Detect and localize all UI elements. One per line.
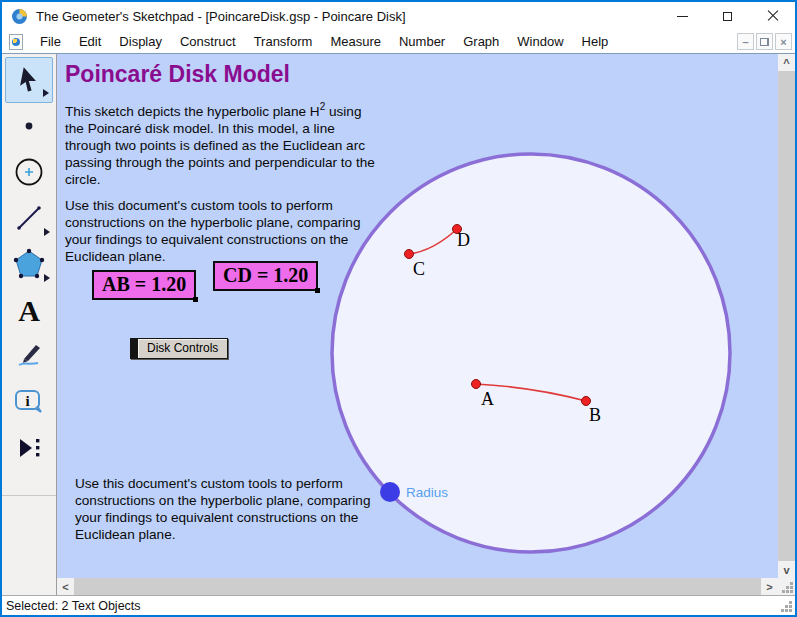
status-bar: Selected: 2 Text Objects <box>2 595 795 615</box>
restore-icon <box>760 38 769 46</box>
compass-tool[interactable] <box>5 149 53 195</box>
straightedge-tool[interactable] <box>5 195 53 241</box>
custom-tool-icon <box>16 437 42 459</box>
point-a[interactable] <box>472 380 481 389</box>
info-icon: i <box>13 388 45 416</box>
scroll-left-button[interactable]: < <box>57 578 74 595</box>
disk-controls-button[interactable]: Disk Controls <box>130 338 228 359</box>
text-tool[interactable]: A <box>5 287 53 333</box>
horizontal-scroll-track[interactable] <box>74 578 761 595</box>
document-icon <box>9 34 23 50</box>
svg-text:A: A <box>18 294 40 326</box>
minimize-button[interactable] <box>660 2 705 30</box>
maximize-button[interactable] <box>705 2 750 30</box>
tool-flyout-icon <box>43 89 49 97</box>
marker-icon <box>14 342 44 370</box>
vertical-scrollbar[interactable]: ^ v <box>778 54 795 578</box>
scroll-up-button[interactable]: ^ <box>778 54 795 71</box>
tool-flyout-icon <box>44 274 50 282</box>
segment-icon <box>14 203 44 233</box>
tool-palette-divider <box>2 495 56 496</box>
child-minimize-button[interactable]: – <box>737 33 754 50</box>
scroll-down-button[interactable]: v <box>778 561 795 578</box>
sketch-canvas[interactable]: C D A B Radius Poincaré Disk Model This … <box>57 54 778 578</box>
polygon-icon <box>13 248 45 280</box>
instructions-paragraph-bottom: Use this document's custom tools to perf… <box>75 475 375 543</box>
point-label-a: A <box>481 389 494 409</box>
tool-palette: A i <box>2 54 57 595</box>
vertical-scroll-track[interactable] <box>778 71 795 561</box>
menu-number[interactable]: Number <box>390 32 454 51</box>
close-button[interactable] <box>750 2 795 30</box>
menu-construct[interactable]: Construct <box>171 32 245 51</box>
menu-edit[interactable]: Edit <box>70 32 110 51</box>
menu-file[interactable]: File <box>31 32 70 51</box>
radius-point[interactable] <box>380 482 400 502</box>
menu-display[interactable]: Display <box>110 32 171 51</box>
resize-grip-icon <box>782 582 793 593</box>
statusbar-grip-icon <box>781 601 792 612</box>
maximize-icon <box>723 12 732 21</box>
point-icon <box>23 120 35 132</box>
selection-arrow-tool[interactable] <box>5 57 53 103</box>
point-label-d: D <box>457 230 470 250</box>
point-c[interactable] <box>405 250 414 259</box>
point-tool[interactable] <box>5 103 53 149</box>
app-logo-icon <box>11 8 28 25</box>
sketch-heading: Poincaré Disk Model <box>65 61 290 88</box>
information-tool[interactable]: i <box>5 379 53 425</box>
child-restore-button[interactable] <box>756 33 773 50</box>
menu-measure[interactable]: Measure <box>321 32 390 51</box>
app-window: The Geometer's Sketchpad - [PoincareDisk… <box>0 0 797 617</box>
intro-paragraph: This sketch depicts the hyperbolic plane… <box>65 98 380 188</box>
tool-flyout-icon <box>44 228 50 236</box>
measurement-ab[interactable]: AB = 1.20 <box>92 270 196 300</box>
svg-text:i: i <box>25 393 29 409</box>
minimize-icon <box>677 16 688 17</box>
point-label-b: B <box>589 405 601 425</box>
scroll-right-button[interactable]: > <box>761 578 778 595</box>
text-a-icon: A <box>14 294 44 326</box>
resize-corner[interactable] <box>778 578 795 595</box>
selection-status: Selected: 2 Text Objects <box>2 599 141 613</box>
point-label-c: C <box>413 259 425 279</box>
horizontal-scrollbar[interactable]: < > <box>57 578 795 595</box>
measurement-cd[interactable]: CD = 1.20 <box>213 261 318 291</box>
instructions-paragraph-top: Use this document's custom tools to perf… <box>65 197 365 265</box>
menu-transform[interactable]: Transform <box>245 32 322 51</box>
custom-tools[interactable] <box>5 425 53 471</box>
window-title: The Geometer's Sketchpad - [PoincareDisk… <box>36 9 660 24</box>
close-icon <box>767 10 779 22</box>
menu-window[interactable]: Window <box>508 32 572 51</box>
menu-help[interactable]: Help <box>573 32 618 51</box>
circle-icon <box>14 157 44 187</box>
selection-arrow-icon <box>16 66 42 94</box>
polygon-tool[interactable] <box>5 241 53 287</box>
radius-label: Radius <box>406 485 448 500</box>
marker-tool[interactable] <box>5 333 53 379</box>
title-bar: The Geometer's Sketchpad - [PoincareDisk… <box>2 2 795 30</box>
menu-graph[interactable]: Graph <box>454 32 508 51</box>
child-close-button[interactable]: × <box>775 33 792 50</box>
menu-bar: File Edit Display Construct Transform Me… <box>2 30 795 53</box>
intro-text: This sketch depicts the hyperbolic plane… <box>65 104 320 119</box>
